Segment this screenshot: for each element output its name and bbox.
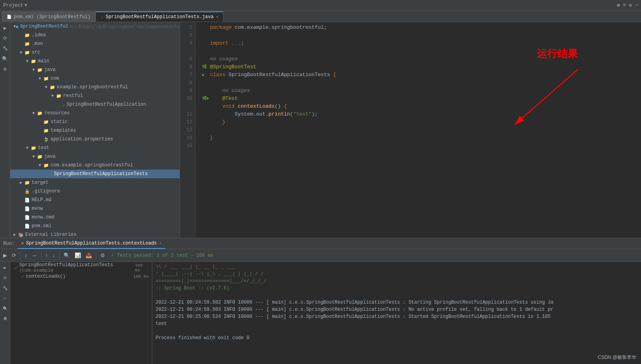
project-title[interactable]: Project [3, 3, 23, 8]
tree-external-libs[interactable]: ▶ 📚 External Libraries [10, 230, 180, 238]
code-line-9: no usages [202, 87, 635, 95]
tab-close-icon[interactable]: ✕ [216, 15, 218, 19]
tree-src-label: src [32, 50, 40, 55]
tree-tests-class[interactable]: ☕ SpringBootRestfulApplicationTests [10, 170, 180, 178]
tree-mvnw[interactable]: 📄 mvnw [10, 204, 180, 213]
restful-arrow: ▼ [51, 94, 56, 98]
check-icon-method: ✓ [21, 274, 24, 280]
properties-icon: 🍃 [43, 137, 49, 142]
console-output[interactable]: \\ / ___ ___| |_ __ |_ _ ___ ' |____| .-… [152, 262, 641, 364]
src-arrow: ▼ [20, 50, 24, 55]
tree-java-label: java [44, 67, 56, 73]
info-line-1: 2022-12-21 00:24:59.502 INFO 10000 --- [… [156, 299, 638, 306]
code-text-2 [210, 32, 213, 39]
tree-root-path: D:\系统默认\桌面\SpringBoot\SpringBootRestful [70, 24, 180, 30]
sort2-button[interactable]: ↔ [30, 252, 39, 259]
tree-restful-label: restful [63, 93, 83, 99]
code-line-7: ▶ class SpringBootRestfulApplicationTest… [202, 71, 635, 79]
code-editor[interactable]: 1 2 3 5 6 7 8 9 10 11 12 13 14 15 [180, 22, 641, 238]
code-text-6: @SpringBootTest [210, 63, 256, 71]
xml-icon: 📄 [24, 224, 30, 229]
tree-example[interactable]: ▼ 📁 example.springbootrestful [10, 83, 180, 91]
tree-git-label: .gitignore [32, 189, 60, 194]
settings-btn[interactable]: ⚙ [99, 252, 107, 259]
code-text-10b: void contextLoads() { [210, 103, 287, 110]
run-panel-icon5[interactable]: 🔍 [1, 304, 9, 313]
tab-pom[interactable]: 📄 pom.xml (SpringBootRestful) [2, 11, 96, 22]
tree-help[interactable]: 📄 HELP.md [10, 196, 180, 204]
code-line-1: package com.example.springbootrestful; [202, 24, 635, 32]
bottom-tab-close[interactable]: ✕ [159, 241, 161, 246]
java-file-icon: ☕ [62, 102, 65, 107]
run-panel-icon4[interactable]: ✂ [1, 294, 9, 303]
run-icon[interactable]: ▶ [1, 24, 9, 32]
banner-line-4: :: Spring Boot :: (v2.7.6) [156, 285, 638, 292]
rerun-failed-button[interactable]: ⟳ [10, 252, 18, 259]
tree-src[interactable]: ▼ 📁 src [10, 48, 180, 57]
tree-java[interactable]: ▼ 📁 java [10, 65, 180, 74]
sync-icon[interactable]: ⊞ [617, 2, 620, 8]
tree-com[interactable]: ▼ 📁 com [10, 74, 180, 83]
filter-button[interactable]: 🔍 [62, 252, 71, 259]
stats-button[interactable]: 📊 [73, 252, 82, 259]
tree-test[interactable]: ▼ 📁 test [10, 144, 180, 152]
export-button[interactable]: 📤 [84, 252, 94, 259]
folder-icon: 📁 [43, 128, 49, 133]
test-method-item[interactable]: ✓ contextLoads() 168 ms [10, 272, 152, 281]
code-line-10b: void contextLoads() { [202, 103, 635, 110]
tree-app-properties[interactable]: 🍃 application.properties [10, 135, 180, 144]
tree-pomxml-label: pom.xml [32, 223, 51, 229]
folder-icon: 📁 [24, 50, 30, 55]
bottom-tabs: Run: ▶ SpringBootRestfulApplicationTests… [0, 238, 641, 249]
tree-pomxml[interactable]: 📄 pom.xml [10, 222, 180, 230]
next-fail-button[interactable]: ↓ [51, 252, 57, 259]
tree-app-class[interactable]: ☕ SpringBootRestfulApplication [10, 100, 180, 109]
tree-idea[interactable]: 📁 .idea [10, 31, 180, 39]
project-dropdown-icon[interactable]: ▼ [24, 3, 27, 7]
run-panel-icon2[interactable]: ⟳ [1, 274, 9, 282]
config-icon[interactable]: ⚙ [1, 65, 9, 73]
console-test-output: test [156, 320, 638, 327]
tree-mvn[interactable]: 📁 .mvn [10, 39, 180, 48]
tree-templates[interactable]: 📁 templates [10, 126, 180, 135]
run-panel-icon1[interactable]: ▶ [1, 263, 9, 272]
tool1-icon[interactable]: 🔧 [1, 44, 9, 53]
tree-main[interactable]: ▼ 📁 main [10, 57, 180, 65]
tree-gitignore[interactable]: 🔒 .gitignore [10, 187, 180, 196]
folder-icon: 📁 [37, 67, 43, 73]
sort-button[interactable]: ↕ [23, 252, 29, 259]
bottom-tab-run[interactable]: ▶ SpringBootRestfulApplicationTests.cont… [18, 239, 166, 249]
tree-resources[interactable]: ▼ 📁 resources [10, 109, 180, 118]
rerun-button[interactable]: ▶ [2, 252, 9, 259]
mvnwcmd-icon: 📄 [24, 215, 30, 220]
test-class-item[interactable]: ✓ SpringBootRestfulApplicationTests (com… [10, 263, 152, 272]
code-line-8 [202, 79, 635, 87]
tree-test-com[interactable]: ▼ 📁 com.example.springbootrestful [10, 161, 180, 170]
run-left-icons: ▶ ⟳ 🔧 ✂ 🔍 🛠 [0, 262, 10, 364]
run-panel-icon6[interactable]: 🛠 [1, 315, 9, 323]
build-icon[interactable]: ⟳ [1, 34, 9, 43]
tree-root[interactable]: ▼ ◼ SpringBootRestful D:\系统默认\桌面\SpringB… [10, 22, 180, 31]
code-line-14: } [202, 134, 635, 142]
tree-target[interactable]: ▶ 📁 target [10, 178, 180, 187]
list-icon[interactable]: ≡ [623, 2, 626, 8]
code-line-4 [202, 47, 635, 55]
tree-static[interactable]: 📁 static [10, 118, 180, 126]
code-text-9: no usages [210, 87, 250, 95]
code-line-11: System.out.println("test"); [202, 110, 635, 118]
prev-fail-button[interactable]: ↑ [44, 252, 50, 259]
tab-tests[interactable]: ☕ SpringBootRestfulApplicationTests.java… [96, 11, 223, 22]
info-line-3: 2022-12-21 00:25:00.524 INFO 10000 --- [… [156, 313, 638, 320]
tree-mvnwcmd[interactable]: 📄 mvnw.cmd [10, 213, 180, 222]
tree-idea-label: .idea [32, 32, 46, 38]
settings-icon[interactable]: ⚙ [629, 2, 632, 8]
module-icon: ◼ [16, 24, 19, 29]
banner-line-2: ' |____| .--| .-\ |_\ , ___| | |_| / / [156, 271, 638, 278]
tree-restful[interactable]: ▼ 📁 restful [10, 91, 180, 100]
minimize-icon[interactable]: — [635, 2, 638, 8]
tree-resources-label: resources [44, 110, 70, 116]
run-panel-icon3[interactable]: 🔧 [1, 284, 9, 293]
code-line-12: } [202, 118, 635, 126]
tree-test-java[interactable]: ▼ 📁 java [10, 152, 180, 161]
search-icon[interactable]: 🔍 [1, 54, 9, 63]
